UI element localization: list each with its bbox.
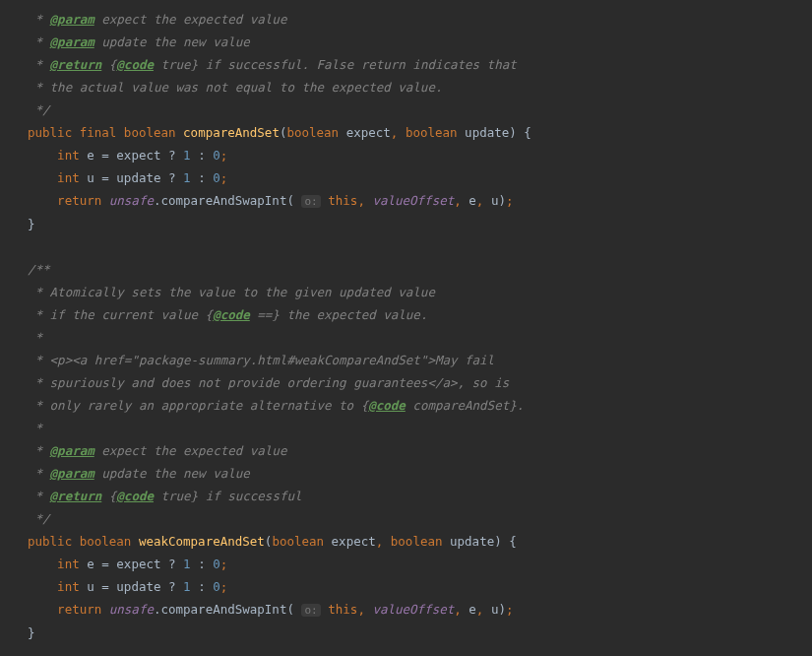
param-name: update	[465, 125, 509, 140]
op-colon: :	[198, 579, 206, 594]
var-e: e	[87, 148, 94, 163]
comma: ,	[454, 193, 462, 208]
kw-return: return	[57, 602, 101, 617]
var-u: u	[87, 170, 94, 185]
comma: ,	[391, 125, 399, 140]
brace-close: }	[28, 625, 35, 640]
semicolon: ;	[220, 148, 228, 163]
doc-tag-return: @return	[50, 57, 102, 72]
param-type: boolean	[391, 534, 443, 549]
comma: ,	[454, 602, 462, 617]
doc-star: *	[28, 34, 50, 49]
paren-open: (	[286, 602, 294, 617]
op-tern: ?	[168, 148, 176, 163]
method-call: compareAndSwapInt	[160, 602, 286, 617]
kw-return: return	[57, 193, 101, 208]
doc-text: expect the expected value	[94, 12, 287, 27]
kw-int: int	[57, 148, 80, 163]
kw-int: int	[57, 557, 80, 571]
comma: ,	[357, 193, 365, 208]
arg-e: e	[468, 193, 476, 208]
doc-text: update the new value	[94, 466, 250, 481]
num-zero: 0	[213, 557, 220, 571]
semicolon: ;	[506, 602, 514, 617]
comma: ,	[376, 534, 384, 549]
doc-line: * if the current value {	[28, 307, 213, 322]
doc-text: update the new value	[94, 34, 250, 49]
kw-int: int	[57, 579, 80, 594]
brace-close: }	[28, 217, 35, 231]
doc-tag-param: @param	[50, 443, 94, 458]
doc-tag-code: @code	[368, 398, 406, 413]
comma: ,	[476, 193, 484, 208]
code-editor[interactable]: * @param expect the expected value * @pa…	[0, 0, 812, 644]
semicolon: ;	[506, 193, 514, 208]
type-boolean: boolean	[124, 125, 176, 140]
kw-public: public	[28, 125, 72, 140]
field-unsafe: unsafe	[109, 602, 154, 617]
semicolon: ;	[220, 170, 228, 185]
paren-close: )	[498, 602, 506, 617]
doc-tag-code: @code	[116, 489, 154, 503]
paren-close: )	[494, 534, 502, 549]
doc-tag-code: @code	[213, 307, 250, 322]
expr: update	[116, 579, 160, 594]
expr: update	[116, 170, 160, 185]
op-assign: =	[101, 148, 109, 163]
doc-tag-param: @param	[50, 34, 94, 49]
doc-blank: *	[28, 330, 42, 345]
op-colon: :	[198, 170, 206, 185]
doc-line: May fail	[435, 353, 494, 367]
num-one: 1	[183, 557, 191, 571]
doc-tag-return: @return	[50, 489, 102, 503]
doc-star: *	[28, 489, 50, 503]
doc-tag-param: @param	[50, 12, 94, 27]
brace-open: {	[524, 125, 531, 140]
type-boolean: boolean	[80, 534, 132, 549]
num-zero: 0	[213, 579, 220, 594]
param-name: expect	[346, 125, 391, 140]
num-one: 1	[183, 579, 191, 594]
var-u: u	[87, 579, 94, 594]
paren-close: )	[509, 125, 517, 140]
op-assign: =	[101, 557, 109, 571]
op-colon: :	[198, 557, 206, 571]
doc-blank: *	[28, 421, 42, 435]
field-unsafe: unsafe	[109, 193, 154, 208]
doc-open: /**	[28, 262, 50, 277]
kw-final: final	[80, 125, 117, 140]
doc-star: *	[28, 466, 50, 481]
doc-line: compareAndSet}.	[406, 398, 524, 413]
expr: expect	[116, 557, 160, 571]
doc-line: , so is	[458, 375, 510, 390]
comma: ,	[357, 602, 365, 617]
num-zero: 0	[213, 148, 220, 163]
doc-line: * the actual value was not equal to the …	[28, 80, 442, 95]
paren-close: )	[498, 193, 506, 208]
op-colon: :	[198, 148, 206, 163]
doc-text: expect the expected value	[94, 443, 287, 458]
doc-line: ==} the expected value.	[250, 307, 428, 322]
doc-line: * spuriously and does not provide orderi…	[28, 375, 458, 390]
comma: ,	[476, 602, 484, 617]
kw-this: this	[328, 193, 357, 208]
param-type: boolean	[272, 534, 324, 549]
doc-text: true} if successful	[154, 489, 302, 503]
num-one: 1	[183, 148, 191, 163]
param-type: boolean	[406, 125, 458, 140]
doc-line: * <p><a href="package-summary.html#weakC…	[28, 353, 435, 367]
doc-star: *	[28, 57, 50, 72]
doc-tag-code: @code	[116, 57, 154, 72]
op-tern: ?	[168, 170, 176, 185]
arg-e: e	[468, 602, 476, 617]
kw-public: public	[28, 534, 72, 549]
doc-line: * Atomically sets the value to the given…	[28, 285, 435, 299]
paren-open: (	[286, 193, 294, 208]
op-assign: =	[101, 170, 109, 185]
num-zero: 0	[213, 170, 220, 185]
doc-text: {	[101, 489, 116, 503]
op-assign: =	[101, 579, 109, 594]
field-valueoffset: valueOffset	[372, 602, 454, 617]
method-call: compareAndSwapInt	[160, 193, 286, 208]
param-hint: o:	[301, 195, 320, 208]
